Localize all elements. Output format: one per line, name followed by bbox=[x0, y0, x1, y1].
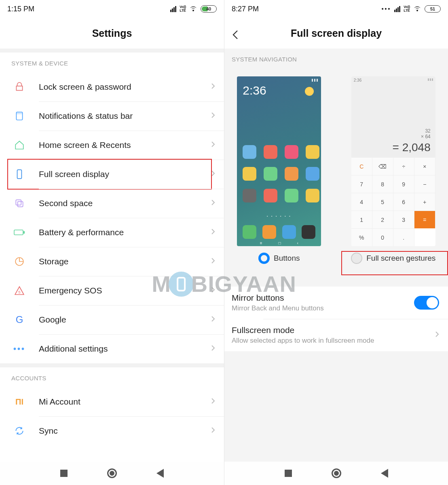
row-title: Fullscreen mode bbox=[232, 325, 435, 335]
choice-label: Full screen gestures bbox=[366, 254, 435, 263]
mi-icon: ΠI bbox=[12, 394, 27, 409]
svg-rect-4 bbox=[18, 202, 23, 207]
page-title: Full screen display bbox=[291, 27, 382, 39]
notification-icon bbox=[12, 109, 27, 123]
row-battery[interactable]: Battery & performance bbox=[0, 218, 224, 247]
chevron-right-icon bbox=[211, 141, 215, 149]
row-additional-settings[interactable]: ••• Additional settings bbox=[0, 334, 224, 363]
row-second-space[interactable]: Second space bbox=[0, 189, 224, 218]
back-button[interactable] bbox=[156, 469, 164, 478]
row-label: Lock screen & password bbox=[39, 82, 211, 92]
svg-rect-3 bbox=[16, 200, 21, 205]
battery-icon: 40 bbox=[201, 5, 217, 13]
wifi-icon bbox=[413, 6, 421, 12]
battery-icon: 51 bbox=[425, 5, 441, 13]
section-header-system: SYSTEM & DEVICE bbox=[0, 53, 224, 72]
preview-home-screen: 2:36 • • • • • • ≡□‹ bbox=[237, 76, 321, 246]
chevron-right-icon bbox=[211, 199, 215, 207]
second-space-icon bbox=[12, 196, 27, 211]
back-button[interactable] bbox=[381, 469, 388, 478]
section-header-accounts: ACCOUNTS bbox=[0, 367, 224, 387]
row-label: Storage bbox=[39, 257, 211, 266]
recents-button[interactable] bbox=[285, 470, 292, 477]
calc-result: = 2,048 bbox=[356, 141, 431, 154]
radio-selected-icon bbox=[258, 253, 270, 264]
chevron-right-icon bbox=[211, 112, 215, 120]
svg-rect-5 bbox=[14, 230, 23, 235]
phone-left-settings: 1:15 PM Vo))LTE 40 Settings SYSTEM & DEV… bbox=[0, 0, 224, 485]
toggle-switch-on[interactable] bbox=[414, 296, 439, 310]
row-label: Google bbox=[39, 315, 211, 325]
storage-icon bbox=[12, 254, 27, 269]
row-subtitle: Allow selected apps to work in fullscree… bbox=[232, 337, 435, 345]
chevron-right-icon bbox=[435, 331, 439, 339]
row-fullscreen-mode[interactable]: Fullscreen mode Allow selected apps to w… bbox=[224, 319, 448, 351]
calc-history-line: 32 bbox=[356, 128, 431, 134]
lock-icon bbox=[12, 80, 27, 94]
page-header: Settings bbox=[0, 18, 224, 48]
svg-rect-1 bbox=[16, 112, 22, 114]
weather-icon bbox=[305, 87, 314, 96]
chevron-right-icon bbox=[211, 257, 215, 266]
row-subtitle: Mirror Back and Menu buttons bbox=[232, 304, 414, 312]
home-button[interactable] bbox=[332, 468, 341, 478]
chevron-right-icon bbox=[211, 83, 215, 91]
home-button[interactable] bbox=[107, 468, 117, 478]
google-icon: G bbox=[12, 312, 27, 327]
volte-icon: Vo))LTE bbox=[180, 5, 186, 13]
signal-icon bbox=[170, 6, 176, 12]
row-label: Notifications & status bar bbox=[39, 111, 211, 121]
page-header: Full screen display bbox=[224, 18, 448, 48]
svg-text:S: S bbox=[18, 290, 21, 294]
row-emergency-sos[interactable]: S Emergency SOS bbox=[0, 276, 224, 305]
choice-buttons[interactable]: 2:36 • • • • • • ≡□‹ Buttons bbox=[232, 76, 327, 264]
chevron-right-icon bbox=[211, 287, 215, 295]
row-full-screen-display[interactable]: Full screen display bbox=[0, 160, 224, 189]
row-google[interactable]: G Google bbox=[0, 305, 224, 334]
wifi-icon bbox=[189, 6, 197, 12]
row-home-recents[interactable]: Home screen & Recents bbox=[0, 131, 224, 160]
row-label: Full screen display bbox=[39, 169, 211, 179]
row-label: Battery & performance bbox=[39, 228, 211, 237]
page-title: Settings bbox=[92, 27, 132, 39]
row-label: Emergency SOS bbox=[39, 286, 211, 295]
chevron-right-icon bbox=[211, 427, 215, 435]
status-bar: 8:27 PM ••• Vo))LTE 51 bbox=[224, 0, 448, 18]
radio-unselected-icon bbox=[351, 253, 362, 264]
status-bar: 1:15 PM Vo))LTE 40 bbox=[0, 0, 224, 18]
chevron-right-icon bbox=[211, 170, 215, 178]
preview-time: 2:36 bbox=[354, 78, 361, 82]
phone-right-fullscreen: 8:27 PM ••• Vo))LTE 51 Full screen displ… bbox=[224, 0, 448, 485]
section-header-sysnav: SYSTEM NAVIGATION bbox=[224, 48, 448, 68]
row-label: Mi Account bbox=[39, 397, 211, 407]
recents-button[interactable] bbox=[60, 470, 68, 477]
chevron-right-icon bbox=[211, 345, 215, 353]
svg-rect-6 bbox=[23, 231, 25, 234]
fullscreen-icon bbox=[12, 167, 27, 181]
row-sync[interactable]: Sync bbox=[0, 416, 224, 445]
row-notifications[interactable]: Notifications & status bar bbox=[0, 101, 224, 131]
preview-calculator: 2:36 32 × 64 = 2,048 C⌫÷× 789− 456+ 123= bbox=[351, 76, 435, 246]
android-nav-bar bbox=[224, 462, 448, 485]
settings-list-system: Lock screen & password Notifications & s… bbox=[0, 72, 224, 363]
chevron-right-icon bbox=[211, 228, 215, 236]
back-button[interactable] bbox=[232, 29, 239, 42]
sos-icon: S bbox=[12, 283, 27, 298]
row-label: Sync bbox=[39, 426, 211, 436]
settings-list-accounts: ΠI Mi Account Sync bbox=[0, 387, 224, 445]
more-icon: ••• bbox=[12, 342, 27, 356]
chevron-right-icon bbox=[211, 316, 215, 324]
row-label: Home screen & Recents bbox=[39, 140, 211, 150]
row-storage[interactable]: Storage bbox=[0, 247, 224, 276]
choice-full-screen-gestures[interactable]: 2:36 32 × 64 = 2,048 C⌫÷× 789− 456+ 123= bbox=[346, 76, 441, 264]
android-nav-bar bbox=[0, 462, 224, 485]
row-lock-screen[interactable]: Lock screen & password bbox=[0, 72, 224, 101]
calc-history-line: × 64 bbox=[356, 134, 431, 139]
row-mi-account[interactable]: ΠI Mi Account bbox=[0, 387, 224, 416]
row-mirror-buttons[interactable]: Mirror buttons Mirror Back and Menu butt… bbox=[224, 287, 448, 319]
choice-label: Buttons bbox=[274, 254, 300, 263]
status-time: 8:27 PM bbox=[232, 5, 259, 13]
chevron-right-icon bbox=[211, 398, 215, 406]
row-title: Mirror buttons bbox=[232, 293, 414, 303]
preview-clock: 2:36 bbox=[243, 84, 266, 97]
